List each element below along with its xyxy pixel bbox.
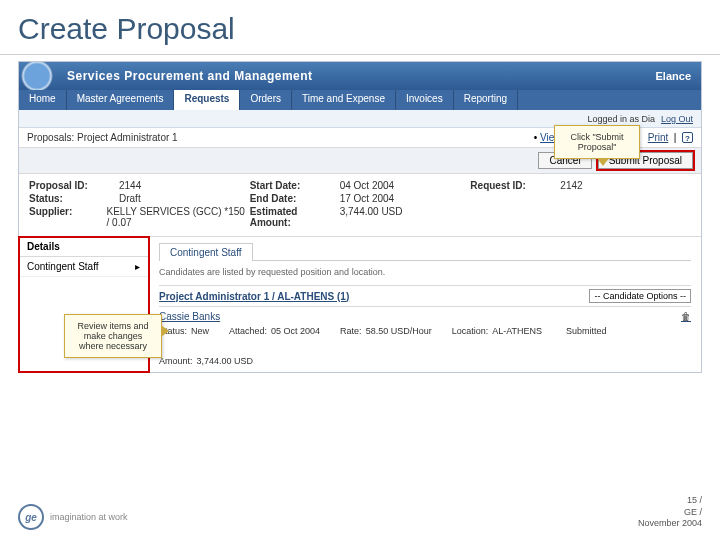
proposal-info: Proposal ID:2144 Status:Draft Supplier:K… <box>19 174 701 237</box>
value-attached: 05 Oct 2004 <box>271 326 320 336</box>
sidebar-item-contingent-staff[interactable]: Contingent Staff ▸ <box>19 257 148 277</box>
footer-date: November 2004 <box>638 518 702 530</box>
breadcrumb-path: Proposals: Project Administrator 1 <box>27 132 178 143</box>
candidate-options-select[interactable]: -- Candidate Options -- <box>589 289 691 303</box>
label-start-date: Start Date: <box>250 180 340 191</box>
print-link[interactable]: Print <box>648 132 669 143</box>
label-proposal-id: Proposal ID: <box>29 180 119 191</box>
tab-home[interactable]: Home <box>19 90 67 110</box>
value-proposal-id: 2144 <box>119 180 141 191</box>
candidate-row: Cassie Banks 🗑 <box>159 307 691 326</box>
footer-page: 15 / <box>638 495 702 507</box>
value-amount: 3,744.00 USD <box>197 356 254 366</box>
tab-master-agreements[interactable]: Master Agreements <box>67 90 175 110</box>
value-status: Draft <box>119 193 141 204</box>
label-location: Location: <box>452 326 489 336</box>
trash-icon[interactable]: 🗑 <box>681 311 691 322</box>
label-status: Status: <box>29 193 119 204</box>
header-logo-graphic <box>19 62 67 90</box>
value-request-id: 2142 <box>560 180 582 191</box>
info-icon[interactable]: ? <box>682 132 693 143</box>
label-rate: Rate: <box>340 326 362 336</box>
label-request-id: Request ID: <box>470 180 560 191</box>
chevron-right-icon: ▸ <box>135 261 140 272</box>
side-nav-header: Details <box>19 237 148 257</box>
slide-title: Create Proposal <box>0 0 720 55</box>
tab-reporting[interactable]: Reporting <box>454 90 518 110</box>
callout-submit: Click "Submit Proposal" <box>554 125 640 159</box>
value-supplier: KELLY SERVICES (GCC) *150 / 0.07 <box>107 206 250 228</box>
logged-in-text: Logged in as Dia <box>587 114 655 124</box>
bullet-icon: • <box>534 132 538 143</box>
footer-right: 15 / GE / November 2004 <box>638 495 702 530</box>
value-end-date: 17 Oct 2004 <box>340 193 394 204</box>
footer-left: ge imagination at work <box>18 504 128 530</box>
footer-org: GE / <box>638 507 702 519</box>
tab-requests[interactable]: Requests <box>174 90 240 110</box>
sidebar-item-label: Contingent Staff <box>27 261 99 272</box>
candidates-hint: Candidates are listed by requested posit… <box>159 261 691 285</box>
callout-review: Review items and make changes where nece… <box>64 314 162 358</box>
header-brand: Elance <box>656 70 701 82</box>
info-col-right: Request ID:2142 <box>470 180 691 230</box>
info-col-left: Proposal ID:2144 Status:Draft Supplier:K… <box>29 180 250 230</box>
label-amount: Amount: <box>159 356 193 366</box>
candidate-group-title[interactable]: Project Administrator 1 / AL-ATHENS (1) <box>159 291 349 302</box>
footer-tagline: imagination at work <box>50 512 128 522</box>
ge-logo-icon: ge <box>18 504 44 530</box>
subtab-contingent-staff[interactable]: Contingent Staff <box>159 243 253 261</box>
candidate-name-link[interactable]: Cassie Banks <box>159 311 220 322</box>
label-supplier: Supplier: <box>29 206 107 228</box>
app-header: Services Procurement and Management Elan… <box>19 62 701 90</box>
main-pane: Contingent Staff Candidates are listed b… <box>149 237 701 372</box>
candidate-details: Status:New Attached:05 Oct 2004 Rate:58.… <box>159 326 691 366</box>
label-attached: Attached: <box>229 326 267 336</box>
info-col-mid: Start Date:04 Oct 2004 End Date:17 Oct 2… <box>250 180 471 230</box>
candidate-group-header: Project Administrator 1 / AL-ATHENS (1) … <box>159 285 691 307</box>
value-start-date: 04 Oct 2004 <box>340 180 394 191</box>
label-end-date: End Date: <box>250 193 340 204</box>
tab-bar: Home Master Agreements Requests Orders T… <box>19 90 701 110</box>
label-est-amount: Estimated Amount: <box>250 206 340 228</box>
tab-orders[interactable]: Orders <box>240 90 292 110</box>
slide-footer: ge imagination at work 15 / GE / Novembe… <box>18 495 702 530</box>
logout-link[interactable]: Log Out <box>661 114 693 124</box>
value-cand-status: New <box>191 326 209 336</box>
value-location: AL-ATHENS <box>492 326 542 336</box>
value-sub-status: Submitted <box>566 326 607 336</box>
tab-invoices[interactable]: Invoices <box>396 90 454 110</box>
value-rate: 58.50 USD/Hour <box>366 326 432 336</box>
header-title: Services Procurement and Management <box>67 69 313 83</box>
value-est-amount: 3,744.00 USD <box>340 206 403 228</box>
tab-time-expense[interactable]: Time and Expense <box>292 90 396 110</box>
